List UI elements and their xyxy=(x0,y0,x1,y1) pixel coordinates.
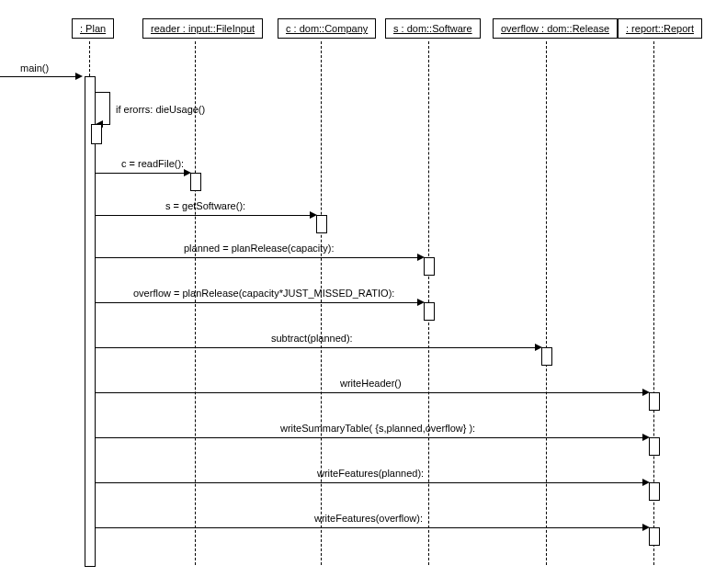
msg-line xyxy=(96,215,312,216)
participant-label: reader : input::FileInput xyxy=(151,23,255,34)
participant-label: c : dom::Company xyxy=(286,23,368,34)
activation-report-2 xyxy=(649,437,660,456)
msg-planrelease1-label: planned = planRelease(capacity): xyxy=(184,243,335,254)
activation-report-1 xyxy=(649,392,660,411)
lifeline-reader xyxy=(195,41,196,565)
participant-reader: reader : input::FileInput xyxy=(142,18,263,39)
self-loop xyxy=(109,92,110,124)
msg-getsoftware-label: s = getSoftware(): xyxy=(165,200,245,211)
participant-plan: : Plan xyxy=(72,18,114,39)
entry-call-line xyxy=(0,76,75,77)
entry-call-label: main() xyxy=(20,62,49,74)
msg-line xyxy=(96,302,419,303)
msg-readfile-label: c = readFile(): xyxy=(121,158,184,169)
participant-label: : Plan xyxy=(80,23,106,34)
msg-writesummary-label: writeSummaryTable( {s,planned,overflow} … xyxy=(280,423,475,434)
participant-label: overflow : dom::Release xyxy=(501,23,609,34)
msg-line xyxy=(96,482,644,483)
sequence-diagram: : Plan reader : input::FileInput c : dom… xyxy=(0,0,704,588)
activation-company xyxy=(316,215,327,233)
activation-software-2 xyxy=(424,302,435,321)
self-loop xyxy=(96,92,109,93)
msg-die-usage-label: if erorrs: dieUsage() xyxy=(116,104,205,115)
msg-line xyxy=(96,257,419,258)
activation-release xyxy=(541,347,552,366)
lifeline-release xyxy=(546,41,547,565)
activation-self xyxy=(91,124,102,144)
activation-report-4 xyxy=(649,527,660,546)
msg-line xyxy=(96,173,186,174)
participant-company: c : dom::Company xyxy=(278,18,376,39)
msg-writeheader-label: writeHeader() xyxy=(340,378,402,389)
msg-line xyxy=(96,392,644,393)
activation-report-3 xyxy=(649,482,660,501)
self-loop xyxy=(103,124,110,125)
lifeline-company xyxy=(321,41,322,565)
msg-writefeatures2-label: writeFeatures(overflow): xyxy=(314,513,423,524)
participant-label: s : dom::Software xyxy=(393,23,472,34)
participant-label: : report::Report xyxy=(626,23,694,34)
participant-software: s : dom::Software xyxy=(385,18,481,39)
msg-planrelease2-label: overflow = planRelease(capacity*JUST_MIS… xyxy=(133,288,394,299)
participant-release: overflow : dom::Release xyxy=(493,18,618,39)
msg-writefeatures1-label: writeFeatures(planned): xyxy=(317,468,424,479)
msg-subtract-label: subtract(planned): xyxy=(271,333,353,344)
activation-software-1 xyxy=(424,257,435,276)
activation-plan xyxy=(85,76,96,567)
activation-reader xyxy=(190,173,201,191)
msg-line xyxy=(96,527,644,528)
participant-report: : report::Report xyxy=(618,18,702,39)
msg-line xyxy=(96,347,537,348)
arrow-icon xyxy=(75,73,83,80)
msg-line xyxy=(96,437,644,438)
